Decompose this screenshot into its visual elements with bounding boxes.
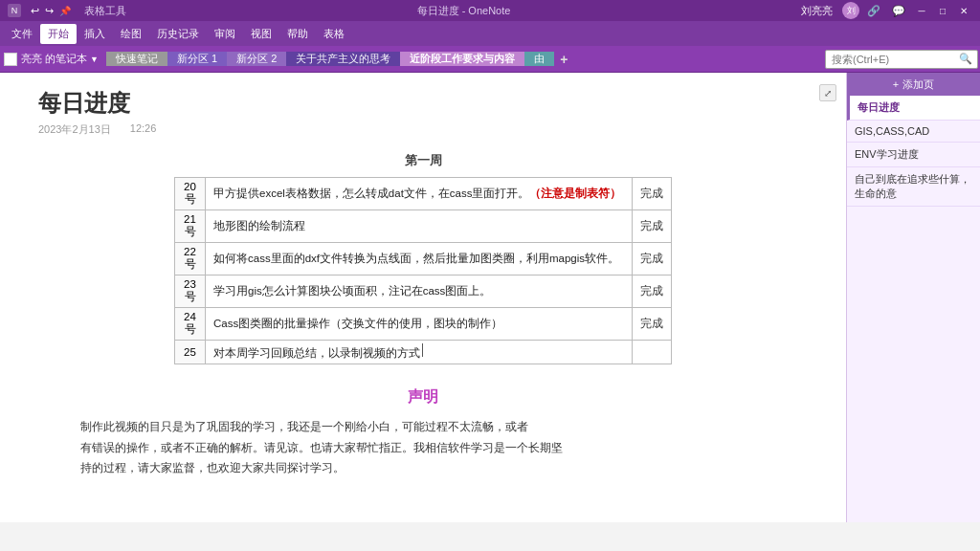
declaration-line3: 持的过程，请大家监督，也欢迎大家共同探讨学习。 [57,458,789,479]
quick-access-undo[interactable]: ↩ [31,5,39,17]
menu-review[interactable]: 审阅 [207,24,243,44]
task-status [633,341,672,364]
tab-by[interactable]: 由 [524,52,554,66]
task-status: 完成 [633,178,672,210]
page-area: ⤢ 每日进度 2023年2月13日 12:26 第一周 20号甲方提供excel… [0,73,846,522]
user-avatar[interactable]: 刘 [842,2,859,19]
table-row: 21号地形图的绘制流程完成 [175,210,672,243]
highlight-text: （注意是制表符） [529,187,621,199]
declaration-line2: 有错误的操作，或者不正确的解析。请见谅。也请大家帮忙指正。我相信软件学习是一个长… [57,438,789,459]
menu-file[interactable]: 文件 [4,24,40,44]
tab-section2[interactable]: 新分区 2 [227,52,286,66]
menu-help[interactable]: 帮助 [279,24,316,44]
table-row: 23号学习用gis怎么计算图块公顷面积，注记在cass图面上。完成 [175,276,672,308]
menu-table[interactable]: 表格 [316,24,352,44]
menu-bar: 文件 开始 插入 绘图 历史记录 审阅 视图 帮助 表格 [0,21,980,46]
row-num: 22号 [175,243,206,276]
tab-section1[interactable]: 新分区 1 [167,52,227,66]
table-row: 25对本周学习回顾总结，以录制视频的方式 [175,341,672,364]
notebook-checkbox[interactable] [4,53,17,66]
declaration-text: 制作此视频的目只是为了巩固我的学习，我还是一个刚给小白，可能过程不太流畅，或者 … [38,417,808,479]
row-num: 20号 [175,178,206,210]
task-desc: 对本周学习回顾总结，以录制视频的方式 [206,341,633,364]
expand-button[interactable]: ⤢ [819,84,836,101]
search-input[interactable] [825,50,978,69]
time-text: 12:26 [130,122,157,137]
text-cursor [422,343,423,357]
title-bar: N ↩ ↪ 📌 表格工具 每日进度 - OneNote 刘亮亮 刘 🔗 💬 ─ … [0,0,980,21]
menu-history[interactable]: 历史记录 [149,24,207,44]
quick-access-redo[interactable]: ↪ [45,5,54,17]
page-list-item[interactable]: ENV学习进度 [847,143,980,167]
row-num: 21号 [175,210,206,243]
pin-icon[interactable]: 📌 [59,6,71,16]
search-icon[interactable]: 🔍 [959,53,972,65]
share-icon[interactable]: 🔗 [867,5,880,17]
task-status: 完成 [633,276,672,308]
add-page-button[interactable]: + 添加页 [847,73,980,96]
table-row: 20号甲方提供excel表格数据，怎么转成dat文件，在cass里面打开。（注意… [175,178,672,210]
page-list-item[interactable]: 自己到底在追求些什算，生命的意 [847,167,980,207]
menu-insert[interactable]: 插入 [77,24,113,44]
menu-draw[interactable]: 绘图 [113,24,149,44]
task-status: 完成 [633,243,672,276]
task-desc: 地形图的绘制流程 [206,210,633,243]
page-list-item[interactable]: 每日进度 [847,96,980,121]
minimize-button[interactable]: ─ [913,4,930,17]
chat-icon[interactable]: 💬 [892,5,905,17]
search-bar: 🔍 [825,50,976,69]
task-status: 完成 [633,308,672,341]
tab-add[interactable]: + [554,52,573,67]
user-name: 刘亮亮 [801,4,833,18]
tab-communist[interactable]: 关于共产主义的思考 [286,52,400,66]
add-page-label: 添加页 [902,77,934,92]
notebook-name[interactable]: 亮亮 的笔记本 [21,52,87,66]
task-status: 完成 [633,210,672,243]
row-num: 24号 [175,308,206,341]
declaration-title: 声明 [38,387,808,408]
menu-home[interactable]: 开始 [40,24,77,44]
menu-view[interactable]: 视图 [243,24,279,44]
task-desc: 学习用gis怎么计算图块公顷面积，注记在cass图面上。 [206,276,633,308]
page-list: 每日进度GIS,CASS,CADENV学习进度自己到底在追求些什算，生命的意 [847,96,980,207]
page-title: 每日进度 [38,88,808,119]
close-button[interactable]: ✕ [955,4,972,17]
task-desc: 甲方提供excel表格数据，怎么转成dat文件，在cass里面打开。（注意是制表… [206,178,633,210]
row-num: 25 [175,341,206,364]
date-text: 2023年2月13日 [38,122,111,137]
table-row: 24号Cass图类圈的批量操作（交换文件的使用，图块的制作）完成 [175,308,672,341]
week-heading: 第一周 [38,152,808,169]
ribbon: 亮亮 的笔记本 ▼ 快速笔记 新分区 1 新分区 2 关于共产主义的思考 近阶段… [0,46,980,73]
add-icon: + [893,78,899,90]
task-desc: Cass图类圈的批量操作（交换文件的使用，图块的制作） [206,308,633,341]
task-table: 20号甲方提供excel表格数据，怎么转成dat文件，在cass里面打开。（注意… [174,177,672,364]
title-bar-right: 刘亮亮 刘 🔗 💬 ─ □ ✕ [801,2,972,19]
declaration-section: 声明 制作此视频的目只是为了巩固我的学习，我还是一个刚给小白，可能过程不太流畅，… [38,387,808,479]
doc-title: 每日进度 - OneNote [417,4,511,18]
right-sidebar: + 添加页 每日进度GIS,CASS,CADENV学习进度自己到底在追求些什算，… [846,73,980,522]
tab-work-requirements[interactable]: 近阶段工作要求与内容 [400,52,524,66]
notebook-dropdown-icon[interactable]: ▼ [90,55,99,64]
row-num: 23号 [175,276,206,308]
restore-button[interactable]: □ [934,4,951,17]
declaration-line1: 制作此视频的目只是为了巩固我的学习，我还是一个刚给小白，可能过程不太流畅，或者 [57,417,789,438]
main-layout: ⤢ 每日进度 2023年2月13日 12:26 第一周 20号甲方提供excel… [0,73,980,522]
app-title: 表格工具 [84,4,126,18]
page-date: 2023年2月13日 12:26 [38,122,808,137]
tab-quick-notes[interactable]: 快速笔记 [106,52,167,66]
page-list-item[interactable]: GIS,CASS,CAD [847,121,980,143]
table-row: 22号如何将cass里面的dxf文件转换为点线面，然后批量加图类圈，利用mapg… [175,243,672,276]
desc-text: 甲方提供excel表格数据，怎么转成dat文件，在cass里面打开。 [213,187,529,199]
task-desc: 如何将cass里面的dxf文件转换为点线面，然后批量加图类圈，利用mapgis软… [206,243,633,276]
app-icon: N [8,4,21,17]
title-bar-left: N ↩ ↪ 📌 表格工具 [8,4,126,18]
